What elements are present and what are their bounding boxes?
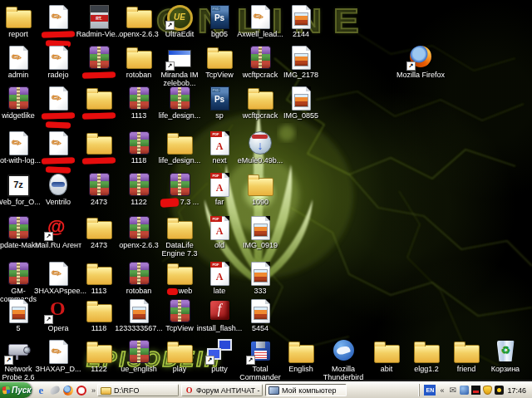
- opera-icon[interactable]: [76, 385, 86, 396]
- desktop-icon[interactable]: [79, 129, 119, 165]
- desktop-icon[interactable]: Mozilla Thunderbird: [323, 337, 363, 381]
- desktop-icon[interactable]: [79, 84, 119, 120]
- desktop-icon[interactable]: ↗Mail.Ru Агент: [38, 214, 78, 249]
- mail-envelope-icon[interactable]: ✉: [448, 386, 457, 395]
- desktop-icon[interactable]: openx-2.6.3: [119, 2, 159, 38]
- internet-explorer-icon[interactable]: e: [36, 385, 47, 396]
- desktop-icon[interactable]: IMG_0855: [281, 84, 321, 120]
- desktop-icon[interactable]: widgetlike: [0, 84, 38, 120]
- desktop-icon[interactable]: ↗Miranda IM zelebob...: [160, 43, 200, 87]
- desktop-icon[interactable]: ↗Total Commander: [240, 337, 280, 381]
- task-button[interactable]: D:\RFO: [97, 384, 179, 396]
- desktop-icon[interactable]: PDFold: [200, 214, 239, 249]
- desktop-icon[interactable]: ЗНАХАРspee...: [38, 259, 78, 295]
- desktop-icon[interactable]: English: [281, 337, 321, 373]
- desktop-icon[interactable]: eMule0.49b...: [240, 129, 280, 165]
- app-status-icon[interactable]: [471, 386, 480, 395]
- quick-launch-overflow-chevron[interactable]: »: [90, 386, 97, 395]
- desktop-icon[interactable]: 5: [0, 297, 38, 332]
- desktop-icon-label: eMule0.49b...: [236, 156, 284, 165]
- desktop-icon[interactable]: 1233333567...: [119, 297, 159, 332]
- desktop-icon[interactable]: bot-with-log...: [0, 129, 38, 165]
- desktop-icon[interactable]: 1118: [79, 297, 119, 332]
- php-icon: [45, 2, 71, 29]
- desktop-icon[interactable]: admin: [0, 43, 38, 79]
- desktop-icon[interactable]: rotoban: [119, 259, 159, 295]
- task-button[interactable]: OФорум АНТИЧАТ - Скри...: [181, 384, 263, 396]
- desktop-icon[interactable]: 333: [240, 259, 280, 295]
- desktop-icon[interactable]: PDFfar: [200, 170, 239, 206]
- security-shield-icon[interactable]: [483, 386, 492, 395]
- desktop-icon-label-text: 1118: [131, 156, 147, 165]
- desktop-icon[interactable]: Radmin-Vie...: [79, 2, 119, 38]
- desktop-icon[interactable]: web: [160, 259, 200, 295]
- desktop-icon[interactable]: 1122: [119, 170, 159, 206]
- desktop-icon[interactable]: Update-Maker: [0, 214, 38, 249]
- desktop-icon[interactable]: elgg1.2: [406, 337, 446, 373]
- desktop-icon-label-text: wcftpcrack: [243, 111, 278, 120]
- desktop-icon[interactable]: bg05: [200, 2, 239, 38]
- desktop-icon[interactable]: ↗UltraEdit: [160, 2, 200, 38]
- desktop-icon[interactable]: IMG_2178: [281, 43, 321, 79]
- desktop-icon[interactable]: [38, 129, 78, 173]
- pdf-band: PDF: [210, 131, 222, 137]
- desktop-icon[interactable]: install_flash...: [200, 297, 239, 332]
- desktop-icon[interactable]: 1113: [79, 259, 119, 295]
- desktop-icon[interactable]: 1113: [119, 84, 159, 120]
- icq-offline-icon[interactable]: [495, 386, 504, 395]
- desktop-icon[interactable]: Корзина: [485, 337, 525, 373]
- start-button[interactable]: Пуск: [0, 382, 32, 398]
- task-button[interactable]: Мой компьютер: [265, 384, 347, 396]
- desktop-icon[interactable]: PDFlate: [200, 259, 239, 295]
- messenger-icon[interactable]: [460, 386, 469, 395]
- desktop-icon[interactable]: ↗putty: [200, 337, 239, 373]
- language-indicator[interactable]: EN: [424, 385, 436, 396]
- desktop-icon[interactable]: wcftpcrack: [240, 43, 280, 79]
- desktop-icon[interactable]: 1122: [79, 337, 119, 373]
- folder-icon: [126, 43, 152, 70]
- desktop-icon[interactable]: 2473: [79, 170, 119, 206]
- desktop-icon[interactable]: DataLife Engine 7.3: [160, 214, 200, 258]
- task-button-area: D:\RFOOФорум АНТИЧАТ - Скри...Мой компью…: [97, 384, 419, 396]
- desktop-icon[interactable]: Ventrilo: [38, 170, 78, 206]
- desktop-icon[interactable]: friend: [446, 337, 486, 373]
- desktop-icon[interactable]: 2144: [281, 2, 321, 38]
- rar-icon: [5, 214, 32, 240]
- desktop-icon[interactable]: 7.3 ...: [160, 170, 200, 207]
- desktop-icon[interactable]: sp: [200, 84, 239, 120]
- desktop-icon[interactable]: openx-2.6.3: [119, 214, 159, 249]
- desktop-icon[interactable]: ↗Mozilla Firefox: [401, 43, 441, 79]
- folder-icon: [453, 337, 480, 364]
- desktop-icon[interactable]: PDFnext: [200, 129, 239, 165]
- firefox-icon[interactable]: [62, 385, 73, 396]
- desktop-icon[interactable]: [79, 43, 119, 79]
- desktop-icon[interactable]: TcpView: [160, 297, 200, 332]
- desktop-icon[interactable]: IMG_0919: [240, 214, 280, 249]
- desktop-icon[interactable]: ЗНАХАР_D...: [38, 337, 78, 373]
- desktop-icon[interactable]: Web_for_O...: [0, 170, 38, 206]
- desktop-icon[interactable]: radejo: [38, 43, 78, 79]
- desktop-icon[interactable]: abit: [367, 337, 406, 373]
- tray-collapse-chevron[interactable]: «: [438, 386, 446, 395]
- desktop-icon[interactable]: ↗Opera: [38, 297, 78, 332]
- image-icon: [288, 2, 314, 29]
- desktop-icon[interactable]: play: [160, 337, 200, 373]
- desktop-icon[interactable]: rotoban: [119, 43, 159, 79]
- desktop-icon[interactable]: wcftpcrack: [240, 84, 280, 120]
- desktop-icon[interactable]: 1118: [119, 129, 159, 165]
- desktop-icon[interactable]: report: [0, 2, 38, 38]
- desktop-icon[interactable]: [38, 84, 78, 128]
- desktop-icon[interactable]: life_design...: [160, 84, 200, 120]
- dove-icon[interactable]: [49, 385, 60, 396]
- desktop-icon[interactable]: 1090: [240, 170, 280, 206]
- desktop-icon[interactable]: 2473: [79, 214, 119, 249]
- desktop-icon[interactable]: Axwell_lead...: [240, 2, 280, 38]
- desktop-icon[interactable]: TcpView: [200, 43, 239, 79]
- sevenzip-icon: [5, 170, 32, 197]
- desktop-icon[interactable]: ue_english: [119, 337, 159, 373]
- desktop-icon[interactable]: 5454: [240, 297, 280, 332]
- desktop-icon[interactable]: [38, 2, 78, 47]
- shortcut-arrow-icon: ↗: [44, 315, 53, 324]
- desktop-icon[interactable]: ↗Network Probe 2.6: [0, 337, 38, 381]
- desktop-icon[interactable]: life_design...: [160, 129, 200, 165]
